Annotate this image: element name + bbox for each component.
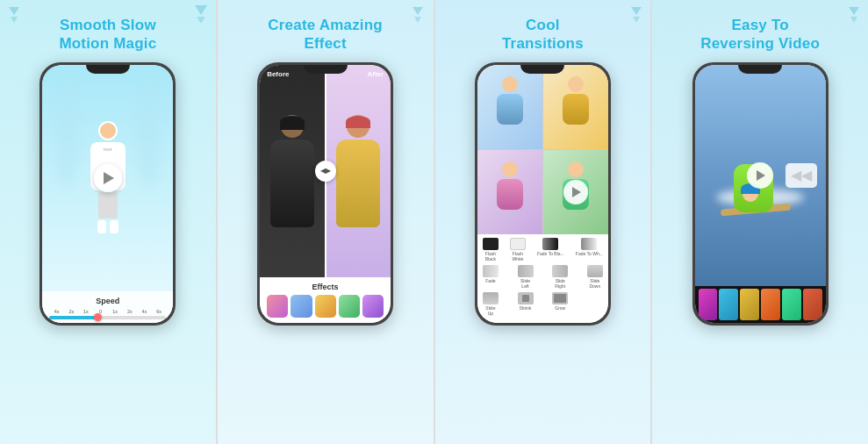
snowboard-scene: ◀◀ xyxy=(695,65,826,286)
phone-screen-3: FlashBlack FlashWhite Fade To Bla... xyxy=(477,65,608,323)
effect-thumb-3[interactable] xyxy=(315,295,336,318)
grid-cell-4 xyxy=(543,150,608,234)
timeline-thumb-2[interactable] xyxy=(719,289,738,320)
phone-notch-4 xyxy=(738,65,782,74)
effect-thumb-2[interactable] xyxy=(291,295,312,318)
effect-thumb-5[interactable] xyxy=(362,295,384,318)
transition-slide-down[interactable]: SlideDown xyxy=(587,265,603,289)
transition-slide-right[interactable]: SlideRight xyxy=(552,265,568,289)
phone-container-1: text xyxy=(7,62,209,434)
effect-thumb-4[interactable] xyxy=(339,295,360,318)
transition-slide-up[interactable]: SlideUp xyxy=(483,292,499,316)
phone-container-3: FlashBlack FlashWhite Fade To Bla... xyxy=(442,62,644,434)
phone-screen-1: text xyxy=(42,65,173,323)
phone-mockup-2: Before After ◀▶ Effects xyxy=(257,62,393,326)
panel-reverse: Easy To Reversing Video xyxy=(652,0,868,444)
panel-slow-motion: Smooth Slow Motion Magic tex xyxy=(0,0,216,444)
transition-flash-black[interactable]: FlashBlack xyxy=(483,238,499,261)
timeline-thumb-1[interactable] xyxy=(699,289,718,320)
transition-grow[interactable]: Grow xyxy=(552,292,568,316)
after-label: After xyxy=(367,70,384,78)
transitions-controls: FlashBlack FlashWhite Fade To Bla... xyxy=(477,234,608,323)
panel-transitions: Cool Transitions xyxy=(435,0,651,444)
speed-label: Speed xyxy=(49,297,166,305)
timeline-thumb-5[interactable] xyxy=(782,289,801,320)
transition-fade-black[interactable]: Fade To Bla... xyxy=(537,238,564,261)
rewind-button[interactable]: ◀◀ xyxy=(786,163,817,188)
transition-fade-white[interactable]: Fade To Wh... xyxy=(576,238,603,261)
speed-ticks: 4x 2x 1x 0 1x 2x 4x 6x xyxy=(49,309,166,314)
grid-cell-1 xyxy=(477,65,542,149)
phone-screen-2: Before After ◀▶ Effects xyxy=(260,65,391,323)
panel-4-title: Easy To Reversing Video xyxy=(700,16,820,54)
play-button-3[interactable] xyxy=(563,180,588,204)
grid-cell-2 xyxy=(543,65,608,149)
timeline-thumbnails xyxy=(695,286,826,323)
panel-effects: Create Amazing Effect xyxy=(218,0,434,444)
divider-handle[interactable]: ◀▶ xyxy=(315,161,336,182)
panel-1-title: Smooth Slow Motion Magic xyxy=(59,16,156,54)
phone-notch-3 xyxy=(520,65,564,74)
timeline-thumb-4[interactable] xyxy=(761,289,780,320)
effects-row xyxy=(267,295,384,318)
timeline-thumb-6[interactable] xyxy=(803,289,822,320)
grid-cell-3 xyxy=(477,150,542,234)
effect-thumb-1[interactable] xyxy=(267,295,288,318)
transition-placeholder xyxy=(587,292,603,316)
transition-slide-left[interactable]: SlideLeft xyxy=(518,265,534,289)
phone-mockup-4: ◀◀ xyxy=(692,62,829,326)
timeline-thumb-3[interactable] xyxy=(740,289,759,320)
transition-fade[interactable]: Fade xyxy=(483,265,499,289)
transition-flash-white[interactable]: FlashWhite xyxy=(510,238,526,261)
transition-shrink[interactable]: Shrink xyxy=(518,292,534,316)
play-button-1[interactable] xyxy=(94,164,122,192)
phone-container-4: ◀◀ xyxy=(659,62,861,434)
before-label: Before xyxy=(267,70,289,78)
phone-container-2: Before After ◀▶ Effects xyxy=(225,62,427,434)
panel-3-title: Cool Transitions xyxy=(502,16,584,54)
transitions-row-2: Fade SlideLeft SlideRight xyxy=(483,265,603,289)
before-after-divider: ◀▶ xyxy=(325,65,326,277)
phone-mockup-1: text xyxy=(39,62,176,326)
effects-label: Effects xyxy=(267,283,384,291)
panel-2-title: Create Amazing Effect xyxy=(268,16,383,54)
transitions-row-1: FlashBlack FlashWhite Fade To Bla... xyxy=(483,238,603,261)
transitions-row-3: SlideUp Shrink xyxy=(483,292,603,316)
phone-notch-1 xyxy=(86,65,130,74)
phone-notch-2 xyxy=(304,65,348,74)
transitions-grid xyxy=(477,65,608,234)
phone-screen-4: ◀◀ xyxy=(695,65,826,323)
play-button-4[interactable] xyxy=(747,162,773,189)
speed-bar[interactable] xyxy=(49,316,166,319)
phone-mockup-3: FlashBlack FlashWhite Fade To Bla... xyxy=(475,62,611,326)
